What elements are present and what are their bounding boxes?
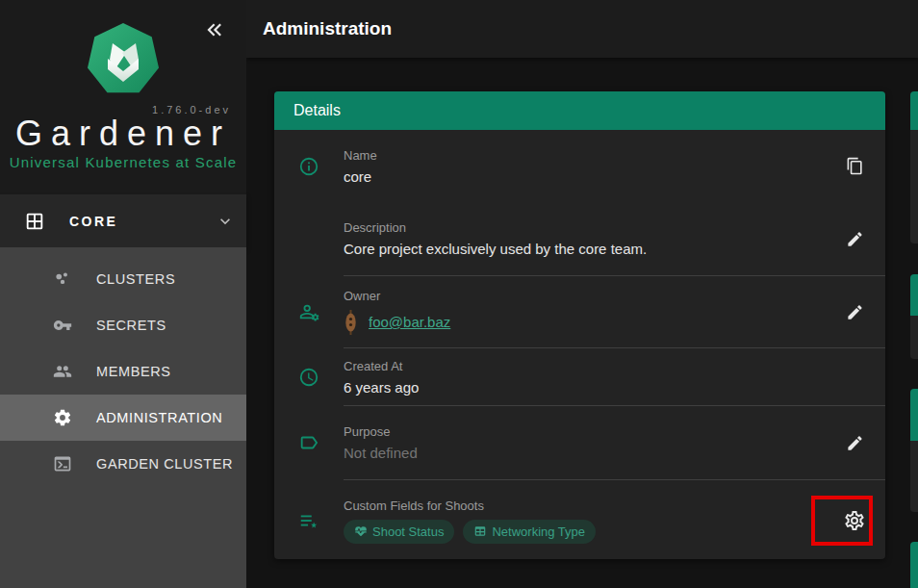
tag-icon xyxy=(274,432,344,453)
sidebar-item-label: CLUSTERS xyxy=(76,271,175,287)
owner-label: Owner xyxy=(344,289,824,303)
sidebar: 1.76.0-dev Gardener Universal Kubernetes… xyxy=(0,0,246,588)
chip-label: Shoot Status xyxy=(372,524,444,539)
name-label: Name xyxy=(344,148,824,163)
sidebar-item-members[interactable]: MEMBERS xyxy=(0,348,246,395)
details-card-title: Details xyxy=(274,102,341,119)
purpose-value: Not defined xyxy=(344,445,824,461)
right-card-body-sliver xyxy=(910,316,918,359)
copy-name-button[interactable] xyxy=(837,149,872,184)
topbar: Administration xyxy=(246,0,918,58)
heart-pulse-icon xyxy=(354,524,368,538)
info-icon xyxy=(274,156,344,177)
right-card-header-sliver xyxy=(910,389,918,441)
copy-icon xyxy=(846,157,864,175)
members-icon xyxy=(0,362,76,381)
edit-purpose-button[interactable] xyxy=(837,425,872,460)
chevron-double-left-icon xyxy=(202,17,227,42)
field-purpose: Purpose Not defined xyxy=(274,406,885,479)
clusters-icon xyxy=(0,269,76,289)
brand-area: 1.76.0-dev Gardener Universal Kubernetes… xyxy=(0,0,246,194)
sidebar-item-label: ADMINISTRATION xyxy=(76,410,222,425)
configure-custom-fields-button[interactable] xyxy=(837,503,872,538)
gardener-logo xyxy=(85,21,162,98)
description-label: Description xyxy=(344,220,824,235)
sidebar-item-clusters[interactable]: CLUSTERS xyxy=(0,256,246,302)
right-card-header-sliver xyxy=(910,274,918,316)
grid-icon xyxy=(0,211,69,232)
project-selector[interactable]: CORE xyxy=(0,194,246,247)
app-tagline: Universal Kubernetes at Scale xyxy=(0,154,246,170)
chip-shoot-status: Shoot Status xyxy=(344,520,454,544)
pencil-icon xyxy=(846,434,864,452)
field-description: Description Core project exclusively use… xyxy=(274,202,885,275)
table-icon xyxy=(473,524,487,538)
description-value: Core project exclusively used by the cor… xyxy=(344,241,824,257)
custom-fields-chips: Shoot Status Networking Type xyxy=(344,520,824,544)
right-card-body-sliver xyxy=(910,130,918,243)
pencil-icon xyxy=(846,230,864,248)
chip-label: Networking Type xyxy=(492,524,585,539)
gear-icon xyxy=(0,408,76,427)
custom-fields-label: Custom Fields for Shoots xyxy=(344,499,824,513)
owner-email-link[interactable]: foo@bar.baz xyxy=(369,314,450,330)
gear-outline-icon xyxy=(843,509,866,532)
console-icon xyxy=(0,454,76,473)
chip-networking-type: Networking Type xyxy=(463,520,596,544)
collapse-sidebar-button[interactable] xyxy=(202,17,227,42)
key-icon xyxy=(0,316,76,335)
account-gear-icon xyxy=(274,301,344,322)
sidebar-item-secrets[interactable]: SECRETS xyxy=(0,302,246,348)
field-name: Name core xyxy=(274,130,885,202)
sidebar-item-label: SECRETS xyxy=(76,318,166,333)
field-custom-fields: Custom Fields for Shoots Shoot Status Ne… xyxy=(274,480,885,561)
page-title: Administration xyxy=(246,18,392,39)
project-selector-label: CORE xyxy=(69,214,204,229)
app-title: Gardener xyxy=(0,114,246,154)
created-at-label: Created At xyxy=(344,359,824,373)
right-card-body-sliver xyxy=(910,441,918,512)
right-card-header-sliver xyxy=(910,91,918,130)
purpose-label: Purpose xyxy=(344,424,824,439)
clock-icon xyxy=(274,367,344,388)
sidebar-item-administration[interactable]: ADMINISTRATION xyxy=(0,395,246,441)
chevron-down-icon xyxy=(204,212,246,231)
details-card: Details Name core Descript xyxy=(274,91,885,559)
field-owner: Owner foo@bar.baz xyxy=(274,276,885,347)
list-star-icon xyxy=(274,510,344,531)
sidebar-nav: CLUSTERS SECRETS MEMBERS ADMINISTRATION xyxy=(0,247,246,588)
sidebar-item-label: GARDEN CLUSTER xyxy=(76,456,233,472)
created-at-value: 6 years ago xyxy=(344,379,824,396)
edit-description-button[interactable] xyxy=(837,221,872,256)
gardener-dashboard: 1.76.0-dev Gardener Universal Kubernetes… xyxy=(0,0,918,588)
details-card-header: Details xyxy=(274,91,885,130)
owner-avatar xyxy=(344,309,358,336)
name-value: core xyxy=(344,168,824,185)
right-card-header-sliver xyxy=(910,542,918,588)
sidebar-item-garden-cluster[interactable]: GARDEN CLUSTER xyxy=(0,441,246,487)
edit-owner-button[interactable] xyxy=(837,294,872,329)
pencil-icon xyxy=(846,303,864,321)
sidebar-item-label: MEMBERS xyxy=(76,364,171,379)
field-created-at: Created At 6 years ago xyxy=(274,348,885,405)
